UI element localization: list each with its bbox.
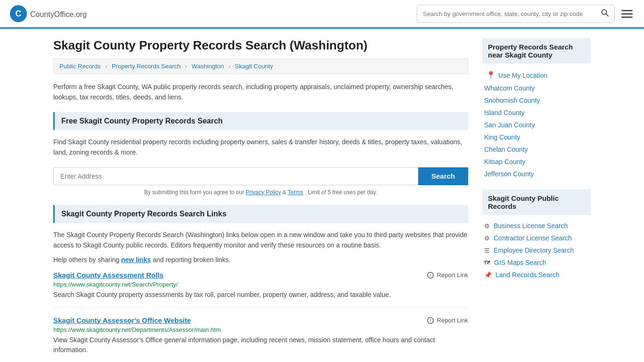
sidebar-county-chelan[interactable]: Chelan County xyxy=(484,143,589,156)
logo-text: CountyOffice.org xyxy=(30,8,87,19)
link-description-0: Search Skagit County property assessment… xyxy=(53,290,468,300)
terms-link[interactable]: Terms xyxy=(288,189,303,196)
link-title-assessment-rolls[interactable]: Skagit County Assessment Rolls xyxy=(53,271,164,279)
hamburger-button[interactable] xyxy=(619,8,635,20)
address-input[interactable] xyxy=(53,167,418,185)
breadcrumb-separator: › xyxy=(228,63,230,70)
report-icon xyxy=(427,272,434,279)
svg-text:C: C xyxy=(16,9,22,18)
sidebar-county-island[interactable]: Island County xyxy=(484,107,589,119)
gear-icon: ⚙ xyxy=(484,222,490,230)
privacy-policy-link[interactable]: Privacy Policy xyxy=(246,189,281,196)
search-icon xyxy=(601,9,609,16)
link-item-assessors-office: Skagit County Assessor's Office Website … xyxy=(53,316,468,362)
sidebar-nearby-section: Property Records Search near Skagit Coun… xyxy=(482,38,591,180)
share-text: Help others by sharing new links and rep… xyxy=(53,256,468,263)
header-search-button[interactable] xyxy=(595,5,614,22)
header-search-input[interactable] xyxy=(417,7,595,21)
sidebar-county-san-juan[interactable]: San Juan County xyxy=(484,119,589,131)
report-icon xyxy=(427,317,434,324)
link-title-assessors-office[interactable]: Skagit County Assessor's Office Website xyxy=(53,316,191,324)
breadcrumb: Public Records › Property Records Search… xyxy=(53,58,468,74)
page-description: Perform a free Skagit County, WA public … xyxy=(53,82,468,103)
sidebar-public-records-section: Skagit County Public Records ⚙ Business … xyxy=(482,189,591,281)
header-right xyxy=(417,5,635,23)
sidebar-gis-maps-search[interactable]: 🗺 GIS Maps Search xyxy=(484,256,589,269)
map-icon: 🗺 xyxy=(484,259,490,266)
sidebar-contractor-license-search[interactable]: ⚙ Contractor License Search xyxy=(484,232,589,244)
sidebar-use-my-location[interactable]: 📍 Use My Location xyxy=(484,68,589,82)
report-link-button-1[interactable]: Report Link xyxy=(427,317,468,324)
page-title: Skagit County Property Records Search (W… xyxy=(53,38,468,53)
link-url-0: https://www.skagitcounty.net/Search/Prop… xyxy=(53,281,468,288)
sidebar-county-king[interactable]: King County xyxy=(484,131,589,143)
breadcrumb-separator: › xyxy=(185,63,187,70)
svg-line-3 xyxy=(606,14,609,16)
link-item-header: Skagit County Assessment Rolls Report Li… xyxy=(53,271,468,279)
link-description-1: View Skagit County Assessor's Office gen… xyxy=(53,335,468,355)
location-icon: 📍 xyxy=(486,71,495,80)
sidebar-employee-directory-search[interactable]: ☰ Employee Directory Search xyxy=(484,244,589,256)
gear-icon: ⚙ xyxy=(484,235,490,242)
breadcrumb-link-public-records[interactable]: Public Records xyxy=(59,63,100,70)
search-button[interactable]: Search xyxy=(418,167,468,185)
breadcrumb-link-skagit-county[interactable]: Skagit County xyxy=(235,63,273,70)
sidebar-county-kitsap[interactable]: Kitsap County xyxy=(484,156,589,168)
sidebar-county-jefferson[interactable]: Jefferson County xyxy=(484,168,589,180)
sidebar-business-license-search[interactable]: ⚙ Business License Search xyxy=(484,220,589,232)
free-search-heading: Free Skagit County Property Records Sear… xyxy=(53,112,468,130)
sidebar-public-links: ⚙ Business License Search ⚙ Contractor L… xyxy=(482,220,591,281)
header-search-bar xyxy=(417,5,615,23)
hamburger-line xyxy=(621,13,633,15)
links-description: The Skagit County Property Records Searc… xyxy=(53,230,468,251)
sidebar-public-records-title: Skagit County Public Records xyxy=(482,189,591,215)
sidebar-county-snohomish[interactable]: Snohomish County xyxy=(484,94,589,107)
land-icon: 📌 xyxy=(484,272,492,279)
form-disclaimer: By submitting this form you agree to our… xyxy=(53,189,468,196)
main-container: Skagit County Property Records Search (W… xyxy=(39,29,605,362)
header: C CountyOffice.org xyxy=(0,0,644,29)
free-search-description: Find Skagit County residential property … xyxy=(53,137,468,158)
sidebar: Property Records Search near Skagit Coun… xyxy=(482,38,591,362)
sidebar-land-records-search[interactable]: 📌 Land Records Search xyxy=(484,269,589,281)
link-url-1: https://www.skagitcounty.net/Departments… xyxy=(53,326,468,333)
breadcrumb-separator: › xyxy=(105,63,107,70)
property-search-form: Search xyxy=(53,167,468,185)
directory-icon: ☰ xyxy=(484,247,490,254)
sidebar-county-links: 📍 Use My Location Whatcom County Snohomi… xyxy=(482,68,591,180)
breadcrumb-link-property-records-search[interactable]: Property Records Search xyxy=(112,63,181,70)
new-links-link[interactable]: new links xyxy=(121,256,151,263)
link-item-header: Skagit County Assessor's Office Website … xyxy=(53,316,468,324)
link-item-assessment-rolls: Skagit County Assessment Rolls Report Li… xyxy=(53,271,468,308)
hamburger-line xyxy=(621,10,633,11)
breadcrumb-link-washington[interactable]: Washington xyxy=(192,63,224,70)
logo-area: C CountyOffice.org xyxy=(9,5,87,23)
sidebar-county-whatcom[interactable]: Whatcom County xyxy=(484,82,589,94)
content-area: Skagit County Property Records Search (W… xyxy=(53,38,468,362)
sidebar-nearby-title: Property Records Search near Skagit Coun… xyxy=(482,38,591,64)
logo-icon: C xyxy=(9,5,27,23)
hamburger-line xyxy=(621,16,633,18)
links-section-heading: Skagit County Property Records Search Li… xyxy=(53,205,468,223)
report-link-button-0[interactable]: Report Link xyxy=(427,272,468,279)
